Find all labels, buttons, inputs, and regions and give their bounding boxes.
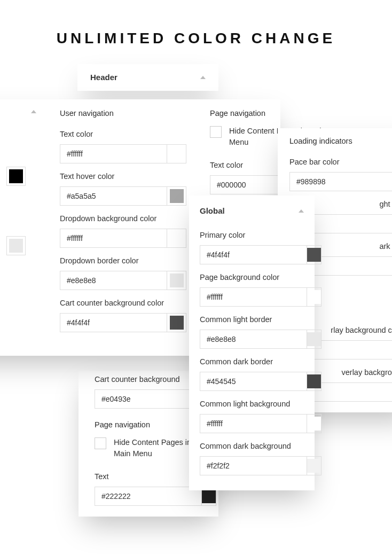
pace-bar-label: Pace bar color — [289, 157, 392, 168]
text-color-swatch[interactable] — [167, 144, 186, 163]
light-border-input[interactable] — [200, 330, 307, 349]
cart-counter-bg-input[interactable] — [95, 389, 202, 409]
light-border-swatch[interactable] — [307, 330, 322, 349]
primary-color-swatch[interactable] — [307, 245, 322, 264]
global-section-title: Global — [200, 205, 225, 217]
cart-counter-bg-input[interactable] — [60, 313, 167, 332]
dropdown-bg-input[interactable] — [60, 229, 167, 248]
panel-global: Global Primary color Page background col… — [189, 196, 315, 490]
page-title: UNLIMITED COLOR CHANGE — [0, 30, 392, 47]
edge-swatch-grey[interactable] — [6, 236, 26, 255]
light-bg-input[interactable] — [200, 414, 307, 433]
dropdown-border-swatch[interactable] — [167, 271, 186, 290]
page-bg-label: Page background color — [200, 272, 304, 283]
page-nav-heading-2: Page navigation — [95, 419, 202, 437]
dropdown-border-input[interactable] — [60, 271, 167, 290]
text-color-input-2[interactable] — [95, 487, 202, 506]
text-hover-label: Text hover color — [60, 171, 186, 182]
loading-heading: Loading indicators — [289, 136, 392, 153]
primary-color-input[interactable] — [200, 245, 307, 264]
hide-pages-checkbox-2[interactable] — [95, 437, 106, 449]
cart-counter-bg-label: Cart counter background — [95, 374, 202, 385]
page-bg-input[interactable] — [200, 287, 307, 307]
edge-swatch-black[interactable] — [6, 167, 26, 186]
text-hover-swatch[interactable] — [167, 186, 186, 206]
dark-border-input[interactable] — [200, 372, 307, 391]
text-color-label-2: Text — [95, 471, 202, 482]
pace-bar-input[interactable] — [289, 172, 392, 191]
user-nav-heading: User navigation — [60, 108, 186, 126]
light-bg-label: Common light background — [200, 398, 304, 410]
page-bg-swatch[interactable] — [307, 287, 322, 307]
text-hover-input[interactable] — [60, 186, 167, 206]
header-section-title: Header — [90, 72, 117, 83]
dropdown-border-label: Dropdown border color — [60, 255, 186, 267]
panel-header: Header — [77, 64, 218, 91]
dark-border-label: Common dark border — [200, 356, 304, 368]
light-bg-swatch[interactable] — [307, 414, 322, 433]
caret-up-icon — [299, 209, 304, 213]
light-border-label: Common light border — [200, 314, 304, 325]
hide-pages-checkbox[interactable] — [210, 126, 222, 138]
dark-border-swatch[interactable] — [307, 372, 322, 391]
primary-color-label: Primary color — [200, 230, 304, 241]
global-section-toggle[interactable]: Global — [200, 196, 304, 226]
cart-counter-bg-swatch[interactable] — [167, 313, 186, 332]
dark-bg-label: Common dark background — [200, 441, 304, 452]
caret-up-icon — [31, 110, 36, 113]
dark-bg-swatch[interactable] — [307, 456, 322, 475]
text-color-input[interactable] — [60, 144, 167, 163]
dark-bg-input[interactable] — [200, 456, 307, 475]
header-section-toggle[interactable]: Header — [77, 64, 218, 91]
page-nav-heading: Page navigation — [210, 108, 336, 126]
caret-up-icon — [200, 76, 206, 79]
dropdown-bg-swatch[interactable] — [167, 229, 186, 248]
cart-counter-bg-label: Cart counter background color — [60, 298, 186, 309]
text-color-label: Text color — [60, 129, 186, 140]
dropdown-bg-label: Dropdown background color — [60, 213, 186, 224]
